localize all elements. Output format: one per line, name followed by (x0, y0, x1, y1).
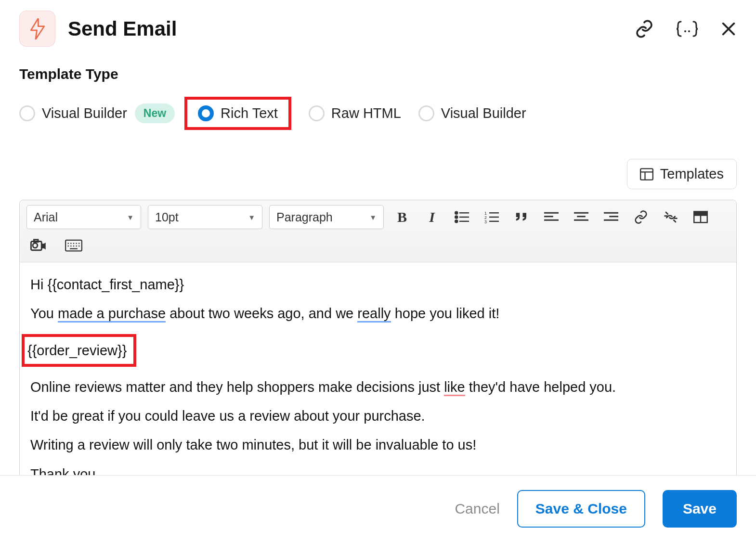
font-family-value: Arial (34, 210, 58, 224)
insert-media-button[interactable] (26, 234, 50, 257)
editor-paragraph: Online reviews matter and they help shop… (30, 378, 726, 396)
spellcheck-underline: really (357, 306, 391, 323)
insert-table-button[interactable] (689, 206, 712, 229)
svg-rect-2 (640, 168, 653, 180)
block-format-value: Paragraph (276, 210, 333, 224)
text: Online reviews matter and they help shop… (30, 379, 444, 395)
keyboard-button[interactable] (62, 234, 85, 257)
radio-raw-html[interactable]: Raw HTML (309, 105, 401, 121)
save-and-close-button[interactable]: Save & Close (517, 490, 645, 528)
editor-paragraph: {{order_review}} (30, 334, 726, 367)
text: hope you liked it! (391, 306, 500, 321)
blockquote-button[interactable] (510, 206, 533, 229)
radio-rich-text[interactable]: Rich Text (198, 105, 278, 121)
text: about two weeks ago, and we (166, 306, 357, 321)
new-badge: New (135, 103, 175, 123)
editor-paragraph: It'd be great if you could leave us a re… (30, 407, 726, 425)
annotation-highlight-order-review: {{order_review}} (22, 334, 136, 367)
svg-point-34 (33, 243, 38, 248)
align-left-button[interactable] (540, 206, 563, 229)
editor-content[interactable]: Hi {{contact_first_name}} You made a pur… (20, 262, 736, 508)
bullet-list-button[interactable] (450, 206, 473, 229)
templates-button-label: Templates (660, 166, 724, 182)
template-type-options: Visual Builder New Rich Text Raw HTML Vi… (19, 97, 737, 130)
send-email-icon-badge (19, 11, 55, 47)
modal-header: Send Email (0, 0, 756, 53)
svg-line-27 (674, 220, 676, 222)
svg-point-9 (455, 220, 457, 222)
unlink-button[interactable] (659, 206, 682, 229)
annotation-highlight-rich-text: Rich Text (184, 97, 291, 130)
chevron-down-icon: ▼ (369, 213, 377, 221)
numbered-list-button[interactable]: 1 2 3 (480, 206, 503, 229)
italic-button[interactable]: I (420, 206, 443, 229)
spellcheck-underline: made a purchase (58, 306, 166, 323)
align-right-button[interactable] (600, 206, 623, 229)
save-button[interactable]: Save (663, 490, 737, 528)
svg-point-7 (455, 216, 457, 219)
cancel-button[interactable]: Cancel (455, 501, 499, 517)
radio-label: Visual Builder (42, 105, 127, 121)
text: You (30, 306, 58, 321)
radio-icon (19, 105, 35, 121)
variables-icon[interactable] (676, 21, 698, 37)
editor-paragraph: You made a purchase about two weeks ago,… (30, 305, 726, 322)
template-variable: {{order_review}} (27, 343, 127, 358)
block-format-select[interactable]: Paragraph ▼ (269, 205, 384, 229)
template-type-section: Template Type Visual Builder New Rich Te… (0, 53, 756, 130)
radio-label: Visual Builder (441, 105, 526, 121)
radio-icon (309, 105, 325, 121)
svg-line-26 (666, 212, 668, 214)
chevron-down-icon: ▼ (127, 213, 134, 221)
text: they'd have helped you. (465, 379, 616, 395)
template-type-label: Template Type (19, 66, 737, 82)
font-size-value: 10pt (155, 210, 179, 224)
svg-point-5 (455, 212, 457, 214)
radio-visual-builder[interactable]: Visual Builder (418, 105, 526, 121)
bold-button[interactable]: B (391, 206, 414, 229)
spellcheck-underline: like (444, 379, 465, 396)
radio-label: Raw HTML (331, 105, 401, 121)
font-family-select[interactable]: Arial ▼ (26, 205, 141, 229)
close-icon[interactable] (720, 21, 737, 37)
modal-footer: Cancel Save & Close Save (0, 475, 756, 542)
editor-toolbar: Arial ▼ 10pt ▼ Paragraph ▼ B I (20, 200, 736, 262)
templates-button[interactable]: Templates (627, 159, 737, 189)
svg-point-0 (684, 30, 686, 32)
radio-label: Rich Text (221, 105, 278, 121)
radio-visual-builder-new[interactable]: Visual Builder New (19, 103, 175, 123)
radio-icon (418, 105, 434, 121)
header-action-icons (635, 19, 737, 39)
font-size-select[interactable]: 10pt ▼ (148, 205, 262, 229)
insert-link-button[interactable] (629, 206, 652, 229)
page-title: Send Email (68, 17, 635, 40)
toolbar-row-2 (26, 229, 730, 257)
templates-button-row: Templates (0, 130, 756, 200)
toolbar-row-1: Arial ▼ 10pt ▼ Paragraph ▼ B I (26, 205, 730, 229)
link-icon[interactable] (635, 19, 654, 39)
rich-text-editor: Arial ▼ 10pt ▼ Paragraph ▼ B I (19, 200, 737, 508)
svg-point-1 (688, 30, 690, 32)
chevron-down-icon: ▼ (248, 213, 255, 221)
svg-text:3: 3 (484, 219, 487, 224)
radio-icon-selected (198, 105, 214, 121)
editor-paragraph: Writing a review will only take two minu… (30, 436, 726, 453)
bolt-icon (29, 18, 46, 39)
editor-paragraph: Hi {{contact_first_name}} (30, 276, 726, 293)
align-center-button[interactable] (570, 206, 593, 229)
template-icon (640, 168, 653, 181)
